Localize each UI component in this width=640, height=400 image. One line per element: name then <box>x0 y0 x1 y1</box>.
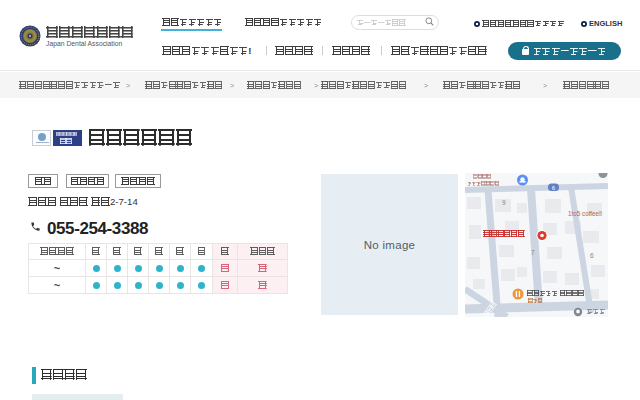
svg-text:6: 6 <box>590 252 594 259</box>
svg-text:9: 9 <box>502 199 506 206</box>
svg-text:7: 7 <box>531 249 535 256</box>
svg-text:1to5 coffee‼: 1to5 coffee‼ <box>568 210 602 217</box>
